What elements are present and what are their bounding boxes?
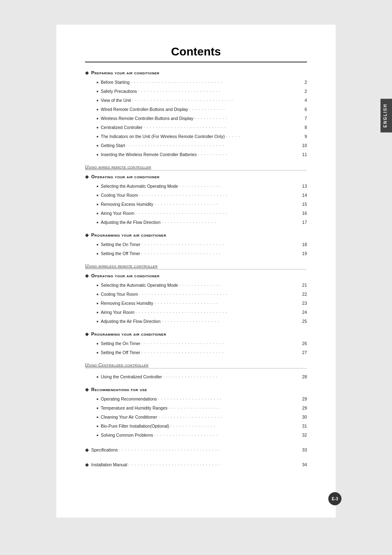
toc-item: ■Temperature and Humidity Ranges· · · · …	[85, 403, 307, 412]
toc-dots: · · · · · · · · · · · · · · · · · · · · …	[136, 209, 301, 217]
toc-dots: · · · · · · · · · · · · · · · · · · · · …	[119, 446, 301, 454]
title-divider	[85, 62, 307, 62]
toc-page: 24	[302, 310, 307, 315]
diamond-icon-6: ◆	[85, 331, 89, 337]
toc-page: 22	[302, 292, 307, 297]
diamond-icon-9: ◆	[85, 387, 89, 392]
toc-item: ■Getting Start· · · · · · · · · · · · · …	[85, 140, 307, 150]
bullet-icon: ■	[97, 311, 98, 314]
toc-page: 30	[302, 415, 307, 419]
language-tab: ENGLISH	[380, 99, 392, 132]
bullet-icon: ■	[97, 185, 98, 188]
bullet-icon: ■	[97, 284, 98, 287]
bullet-icon: ■	[97, 342, 98, 345]
bullet-icon: ■	[97, 416, 98, 419]
toc-item: ■Wireless Remote Controller-Buttons and …	[85, 113, 307, 122]
toc-label: Removing Excess Humidity	[101, 202, 153, 207]
bullet-icon: ■	[97, 398, 98, 401]
toc-dots: · · · · · · · · · · · · · · · · · · · · …	[144, 123, 303, 131]
toc-label: Selecting the Automatic Operating Mode	[101, 184, 178, 189]
toc-page: 26	[302, 341, 307, 346]
toc-dots: · · · · · · · · · · · · · · · · · · · · …	[154, 431, 301, 439]
toc-dots: · · · · · · · · · · · · · · · · · · · · …	[138, 87, 303, 95]
section-header-6: ◆Programming your air conditioner	[85, 331, 307, 337]
toc-label: Temperature and Humidity Ranges	[101, 405, 167, 410]
toc-page: 15	[302, 202, 307, 207]
diamond-icon-3: ◆	[85, 232, 89, 238]
diamond-icon-0: ◆	[85, 70, 89, 76]
toc-page: 4	[304, 98, 307, 103]
toc-page: 19	[302, 251, 307, 256]
toc-item: ■Adjusting the Air Flow Direction· · · ·…	[85, 316, 307, 325]
bullet-icon: ■	[97, 293, 98, 296]
toc-dots: · · · · · · · · · · · · · ·	[179, 182, 301, 190]
toc-dots: · · · · · · · · · · · · · · · · · · · · …	[132, 96, 304, 104]
toc-dots: · · · · · · · · · · · · · · · · · · · · …	[126, 141, 301, 149]
toc-dots: · · · · · · · · · · · · · · · · · · · · …	[158, 413, 301, 421]
toc-item: ■Selecting the Automatic Operating Mode·…	[85, 181, 307, 190]
toc-label: Operating Recommendations	[101, 396, 157, 401]
toc-label: Setting the On Timer	[101, 242, 140, 247]
toc-label: Using the Centralized Controller	[101, 374, 162, 379]
using-header-4: Using wireless remote controller	[85, 263, 307, 269]
toc-dots: · · · · · · · · · · ·	[195, 114, 304, 122]
toc-label: Selecting the Automatic Operating Mode	[101, 283, 178, 288]
section-title-9: Recommendations for use	[91, 387, 147, 392]
toc-item: ■Cooling Your Room· · · · · · · · · · · …	[85, 289, 307, 298]
toc-page: 10	[302, 143, 307, 148]
toc-dots: · · · · · · · · · · · · · · · · · · · · …	[139, 290, 301, 298]
toc-item: ■Inserting the Wireless Remote Controlle…	[85, 150, 307, 159]
toc-item: ■Setting the Off Timer· · · · · · · · · …	[85, 249, 307, 258]
toc-page: 17	[302, 220, 307, 225]
toc-page: 2	[304, 80, 307, 85]
toc-item: ■Centralized Controller· · · · · · · · ·…	[85, 122, 307, 131]
bullet-icon: ■	[97, 351, 98, 354]
toc-page: 18	[302, 242, 307, 247]
toc-page: 2	[304, 89, 307, 94]
bullet-icon: ■	[97, 320, 98, 323]
toc-dots: · · · · · · · · · · · · · · · · · · ·	[162, 317, 301, 325]
toc-dots: · · · · · · · · · · · · · · · · · · · · …	[142, 240, 301, 248]
toc-dots: · · · · · · · · · · · · · · · · ·	[168, 404, 301, 412]
toc-page: 9	[304, 134, 307, 139]
toc-dots: · · · · · · · · · · · · · · · · · · · · …	[154, 200, 301, 208]
section-title-6: Programming your air conditioner	[91, 332, 166, 336]
toc-page: 7	[304, 116, 307, 121]
toc-item: ■The Indicators on the Unit (For Wireles…	[85, 131, 307, 140]
section-header-5: ◆Operating your air conditioner	[85, 273, 307, 279]
toc-page: 28	[302, 374, 307, 379]
toc-item: ■Bio-Pure Filter Installation(Optional)·…	[85, 421, 307, 430]
section-single-10: ◆Specifications· · · · · · · · · · · · ·…	[85, 445, 307, 454]
section-2: ◆Operating your air conditioner■Selectin…	[85, 174, 307, 226]
toc-dots: · · · · · · · · · · · · · ·	[179, 281, 301, 289]
toc-page: 29	[302, 396, 307, 401]
toc-item: ■Operating Recommendations· · · · · · · …	[85, 394, 307, 403]
diamond-icon: ◆	[85, 462, 89, 467]
section-title-0: Preparing your air conditioner	[91, 70, 159, 75]
bullet-icon: ■	[97, 203, 98, 206]
toc-label: Installation Manual	[91, 462, 127, 467]
toc-label: Adjusting the Air Flow Direction	[101, 220, 160, 225]
section-5: ◆Operating your air conditioner■Selectin…	[85, 273, 307, 325]
bullet-icon: ■	[97, 375, 98, 378]
toc-page: 23	[302, 301, 307, 306]
diamond-icon-5: ◆	[85, 273, 89, 279]
bullet-icon: ■	[97, 144, 98, 147]
toc-item: ■Cooling Your Room· · · · · · · · · · · …	[85, 190, 307, 199]
toc-label: Airing Your Room	[101, 310, 134, 315]
toc-item: ■Setting the On Timer· · · · · · · · · ·…	[85, 240, 307, 249]
toc-label: Removing Excess Humidity	[101, 301, 153, 306]
toc-label: Inserting the Wireless Remote Controller…	[101, 152, 196, 157]
diamond-icon-2: ◆	[85, 174, 89, 180]
toc-label: Wireless Remote Controller-Buttons and D…	[101, 116, 193, 121]
toc-page: 21	[302, 283, 307, 288]
document-page: Contents ◆Preparing your air conditioner…	[56, 25, 336, 518]
section-6: ◆Programming your air conditioner■Settin…	[85, 331, 307, 357]
toc-item: ■Setting the On Timer· · · · · · · · · ·…	[85, 339, 307, 348]
toc-item: ■Using the Centralized Controller· · · ·…	[85, 372, 307, 381]
section-0: ◆Preparing your air conditioner■Before S…	[85, 70, 307, 159]
bullet-icon: ■	[97, 243, 98, 246]
toc-label: Setting the Off Timer	[101, 350, 140, 355]
using-header-1: Using wired remote controller	[85, 164, 307, 170]
toc-page: 6	[304, 107, 307, 112]
